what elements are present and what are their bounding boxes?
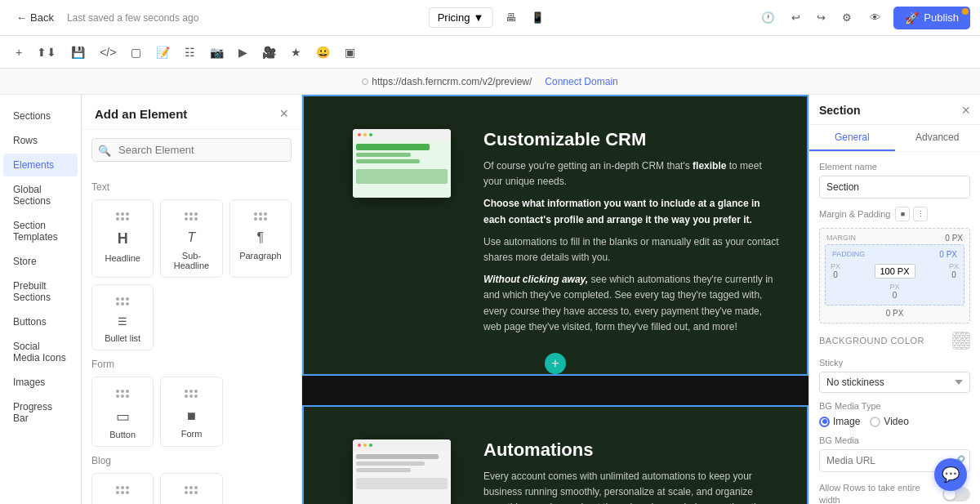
bullet-list-icon xyxy=(116,293,129,311)
mp-icon-desktop[interactable]: ■ xyxy=(895,207,910,221)
element-paragraph[interactable]: ¶ Paragraph xyxy=(229,199,292,278)
desktop-view-button[interactable]: 🖶 xyxy=(499,8,523,27)
sidebar-item-rows[interactable]: Rows xyxy=(3,129,78,152)
element-headline[interactable]: H Headline xyxy=(91,199,154,278)
bg-color-row: BACKGROUND COLOR xyxy=(819,332,970,350)
search-element-input[interactable] xyxy=(91,138,292,162)
headline-icon xyxy=(116,208,129,226)
padding-box: PADDING 0 PX PX 0 PX 0 xyxy=(825,244,964,306)
publish-wrap: 🚀 Publish xyxy=(893,7,970,29)
screenshot-mock-area-2 xyxy=(353,439,451,504)
blog-posts-icon xyxy=(116,482,129,500)
save-button[interactable]: 💾 xyxy=(65,42,91,62)
padding-top-value: 0 PX xyxy=(939,250,957,259)
element-sub-headline[interactable]: T Sub-Headline xyxy=(160,199,222,278)
preview-button[interactable]: 👁 xyxy=(863,8,887,27)
right-panel-tabs: General Advanced xyxy=(809,125,980,152)
emoji-button[interactable]: 😀 xyxy=(310,42,336,62)
publish-button[interactable]: 🚀 Publish xyxy=(893,7,970,29)
connect-domain-link[interactable]: Connect Domain xyxy=(545,76,617,87)
element-name-input[interactable] xyxy=(819,176,970,198)
canvas-section-1[interactable]: Customizable CRM Of course you're gettin… xyxy=(302,95,808,376)
code-button[interactable]: </> xyxy=(94,42,122,62)
layout-button[interactable]: ▣ xyxy=(339,42,361,62)
panel-content: Text H Headline T Sub-Headline xyxy=(82,170,301,504)
layers-button[interactable]: ⬆⬇ xyxy=(31,42,62,62)
sticky-select[interactable]: No stickiness Sticky Top Sticky Bottom xyxy=(819,372,970,393)
form-builder-button[interactable]: 📝 xyxy=(150,42,176,62)
sidebar-item-progress-bar[interactable]: Progress Bar xyxy=(3,395,78,430)
url-status-dot xyxy=(362,78,368,85)
sidebar-item-sections[interactable]: Sections xyxy=(3,105,78,127)
rocket-icon: 🚀 xyxy=(905,11,919,25)
margin-top-value: 0 PX xyxy=(945,234,963,243)
form-icon xyxy=(185,386,198,404)
teal-add-circle-1[interactable]: + xyxy=(545,353,566,374)
text-elements-grid: H Headline T Sub-Headline ¶ Paragraph xyxy=(91,199,292,278)
canvas-section-2[interactable]: Automations Every account comes with unl… xyxy=(302,405,808,504)
bottom-margin-value: 0 PX xyxy=(823,307,966,319)
close-panel-button[interactable]: × xyxy=(279,106,288,121)
bg-color-swatch[interactable] xyxy=(952,332,970,350)
sub-headline-icon xyxy=(185,208,198,226)
bg-media-label: BG Media xyxy=(819,435,970,445)
element-form[interactable]: ■ Form xyxy=(160,377,222,447)
tab-general[interactable]: General xyxy=(809,125,895,151)
bg-color-label: BACKGROUND COLOR xyxy=(819,336,924,346)
element-category-nav[interactable]: ☰ Category Navigation xyxy=(160,473,222,504)
undo-button[interactable]: ↩ xyxy=(786,8,805,27)
toolbar: + ⬆⬇ 💾 </> ▢ 📝 ☷ 📷 ▶ 🎥 ★ 😀 ▣ xyxy=(0,36,980,69)
margin-label-text: MARGIN xyxy=(826,234,856,242)
sidebar-item-images[interactable]: Images xyxy=(3,371,78,394)
sidebar-item-prebuilt-sections[interactable]: Prebuilt Sections xyxy=(3,274,78,309)
canvas-area[interactable]: Customizable CRM Of course you're gettin… xyxy=(302,95,808,504)
bullet-list-grid: ☰ Bullet list xyxy=(91,284,292,350)
back-arrow-icon: ← xyxy=(16,11,27,24)
icon-button[interactable]: ★ xyxy=(285,42,307,62)
radio-image[interactable]: Image xyxy=(819,416,860,427)
chat-button[interactable]: 💬 xyxy=(934,458,967,491)
element-blog-posts[interactable]: 📋 Blog Posts xyxy=(91,473,154,504)
element-button[interactable]: ▭ Button xyxy=(91,377,154,447)
radio-image-label: Image xyxy=(833,416,860,427)
section-button[interactable]: ☷ xyxy=(179,42,201,62)
add-element-button[interactable]: + xyxy=(10,42,28,62)
mock-screenshot-1 xyxy=(353,129,451,198)
margin-padding-section: Margin & Padding ■ ⋮ MARGIN 0 PX PADDING xyxy=(819,207,970,323)
paragraph-icon xyxy=(254,208,267,226)
sidebar-item-section-templates[interactable]: Section Templates xyxy=(3,214,78,248)
form-label: Form xyxy=(181,429,203,439)
right-panel-title: Section xyxy=(819,104,861,117)
sidebar-item-store[interactable]: Store xyxy=(3,250,78,273)
media-button[interactable]: ▶ xyxy=(233,42,253,62)
mp-label: Margin & Padding xyxy=(819,209,890,219)
settings-button[interactable]: ⚙ xyxy=(837,8,857,27)
image-button[interactable]: 📷 xyxy=(204,42,229,62)
top-bar-right: 🕐 ↩ ↪ ⚙ 👁 🚀 Publish xyxy=(756,7,970,29)
template-button[interactable]: ▢ xyxy=(125,42,147,62)
center-padding-input[interactable] xyxy=(875,264,915,279)
mobile-view-button[interactable]: 📱 xyxy=(524,8,551,27)
section-1-heading: Customizable CRM xyxy=(483,129,782,150)
sidebar-item-buttons[interactable]: Buttons xyxy=(3,310,78,333)
button-symbol: ▭ xyxy=(116,408,130,426)
bg-media-type-label: BG Media Type xyxy=(819,401,970,411)
sidebar-item-global-sections[interactable]: Global Sections xyxy=(3,178,78,212)
back-button[interactable]: ← Back xyxy=(10,8,60,27)
history-button[interactable]: 🕐 xyxy=(756,8,780,27)
redo-button[interactable]: ↪ xyxy=(812,8,831,27)
sidebar-item-elements[interactable]: Elements xyxy=(3,154,78,176)
mp-icon-settings[interactable]: ⋮ xyxy=(913,207,928,221)
paragraph-label: Paragraph xyxy=(239,251,281,261)
sidebar-item-social-media-icons[interactable]: Social Media Icons xyxy=(3,335,78,369)
url-bar: https://dash.ferncrm.com/v2/preview/ Con… xyxy=(0,69,980,95)
pricing-button[interactable]: Pricing ▼ xyxy=(429,7,493,28)
tab-advanced[interactable]: Advanced xyxy=(895,125,981,151)
element-bullet-list[interactable]: ☰ Bullet list xyxy=(91,284,154,350)
video-button[interactable]: 🎥 xyxy=(256,42,282,62)
radio-video[interactable]: Video xyxy=(870,416,908,427)
button-icon xyxy=(116,386,129,404)
chevron-down-icon: ▼ xyxy=(473,11,483,24)
add-row-button-1[interactable]: + xyxy=(545,364,566,385)
close-right-panel-button[interactable]: × xyxy=(961,103,970,118)
